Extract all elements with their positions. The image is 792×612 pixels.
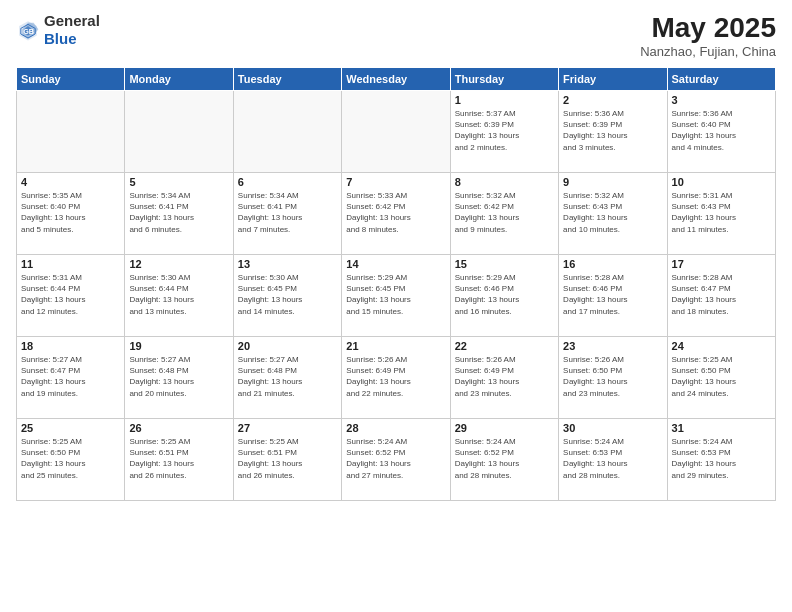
day-info: Sunrise: 5:25 AM Sunset: 6:50 PM Dayligh… — [21, 436, 120, 481]
day-info: Sunrise: 5:24 AM Sunset: 6:53 PM Dayligh… — [563, 436, 662, 481]
col-sunday: Sunday — [17, 68, 125, 91]
col-thursday: Thursday — [450, 68, 558, 91]
day-info: Sunrise: 5:30 AM Sunset: 6:44 PM Dayligh… — [129, 272, 228, 317]
day-info: Sunrise: 5:26 AM Sunset: 6:49 PM Dayligh… — [346, 354, 445, 399]
calendar-cell: 20Sunrise: 5:27 AM Sunset: 6:48 PM Dayli… — [233, 337, 341, 419]
week-row-4: 18Sunrise: 5:27 AM Sunset: 6:47 PM Dayli… — [17, 337, 776, 419]
day-number: 29 — [455, 422, 554, 434]
calendar-cell: 6Sunrise: 5:34 AM Sunset: 6:41 PM Daylig… — [233, 173, 341, 255]
calendar-cell: 9Sunrise: 5:32 AM Sunset: 6:43 PM Daylig… — [559, 173, 667, 255]
calendar-cell: 30Sunrise: 5:24 AM Sunset: 6:53 PM Dayli… — [559, 419, 667, 501]
calendar-cell: 19Sunrise: 5:27 AM Sunset: 6:48 PM Dayli… — [125, 337, 233, 419]
calendar-table: Sunday Monday Tuesday Wednesday Thursday… — [16, 67, 776, 501]
day-number: 11 — [21, 258, 120, 270]
calendar-cell — [125, 91, 233, 173]
day-number: 9 — [563, 176, 662, 188]
day-number: 12 — [129, 258, 228, 270]
calendar-cell: 10Sunrise: 5:31 AM Sunset: 6:43 PM Dayli… — [667, 173, 775, 255]
day-number: 4 — [21, 176, 120, 188]
day-info: Sunrise: 5:34 AM Sunset: 6:41 PM Dayligh… — [238, 190, 337, 235]
logo: GB General Blue — [16, 12, 100, 48]
calendar-cell: 11Sunrise: 5:31 AM Sunset: 6:44 PM Dayli… — [17, 255, 125, 337]
day-info: Sunrise: 5:32 AM Sunset: 6:43 PM Dayligh… — [563, 190, 662, 235]
day-info: Sunrise: 5:30 AM Sunset: 6:45 PM Dayligh… — [238, 272, 337, 317]
day-number: 23 — [563, 340, 662, 352]
day-number: 20 — [238, 340, 337, 352]
week-row-1: 1Sunrise: 5:37 AM Sunset: 6:39 PM Daylig… — [17, 91, 776, 173]
calendar-cell: 15Sunrise: 5:29 AM Sunset: 6:46 PM Dayli… — [450, 255, 558, 337]
day-info: Sunrise: 5:36 AM Sunset: 6:39 PM Dayligh… — [563, 108, 662, 153]
day-number: 3 — [672, 94, 771, 106]
calendar-cell: 18Sunrise: 5:27 AM Sunset: 6:47 PM Dayli… — [17, 337, 125, 419]
calendar-cell — [342, 91, 450, 173]
calendar-cell: 25Sunrise: 5:25 AM Sunset: 6:50 PM Dayli… — [17, 419, 125, 501]
day-info: Sunrise: 5:27 AM Sunset: 6:47 PM Dayligh… — [21, 354, 120, 399]
calendar-cell: 2Sunrise: 5:36 AM Sunset: 6:39 PM Daylig… — [559, 91, 667, 173]
logo-text: General Blue — [44, 12, 100, 48]
col-wednesday: Wednesday — [342, 68, 450, 91]
col-tuesday: Tuesday — [233, 68, 341, 91]
day-number: 8 — [455, 176, 554, 188]
day-number: 24 — [672, 340, 771, 352]
svg-text:GB: GB — [23, 27, 34, 36]
day-number: 26 — [129, 422, 228, 434]
day-number: 18 — [21, 340, 120, 352]
calendar-cell: 1Sunrise: 5:37 AM Sunset: 6:39 PM Daylig… — [450, 91, 558, 173]
day-info: Sunrise: 5:24 AM Sunset: 6:52 PM Dayligh… — [346, 436, 445, 481]
calendar-cell: 17Sunrise: 5:28 AM Sunset: 6:47 PM Dayli… — [667, 255, 775, 337]
day-number: 17 — [672, 258, 771, 270]
day-info: Sunrise: 5:27 AM Sunset: 6:48 PM Dayligh… — [238, 354, 337, 399]
col-monday: Monday — [125, 68, 233, 91]
day-info: Sunrise: 5:29 AM Sunset: 6:45 PM Dayligh… — [346, 272, 445, 317]
calendar-cell: 21Sunrise: 5:26 AM Sunset: 6:49 PM Dayli… — [342, 337, 450, 419]
calendar-cell: 23Sunrise: 5:26 AM Sunset: 6:50 PM Dayli… — [559, 337, 667, 419]
day-info: Sunrise: 5:25 AM Sunset: 6:51 PM Dayligh… — [129, 436, 228, 481]
day-info: Sunrise: 5:31 AM Sunset: 6:43 PM Dayligh… — [672, 190, 771, 235]
calendar-cell: 31Sunrise: 5:24 AM Sunset: 6:53 PM Dayli… — [667, 419, 775, 501]
day-info: Sunrise: 5:24 AM Sunset: 6:52 PM Dayligh… — [455, 436, 554, 481]
day-number: 28 — [346, 422, 445, 434]
day-number: 2 — [563, 94, 662, 106]
page: GB General Blue May 2025 Nanzhao, Fujian… — [0, 0, 792, 612]
day-number: 25 — [21, 422, 120, 434]
day-number: 10 — [672, 176, 771, 188]
title-block: May 2025 Nanzhao, Fujian, China — [640, 12, 776, 59]
day-info: Sunrise: 5:25 AM Sunset: 6:51 PM Dayligh… — [238, 436, 337, 481]
calendar-cell — [17, 91, 125, 173]
calendar-cell: 27Sunrise: 5:25 AM Sunset: 6:51 PM Dayli… — [233, 419, 341, 501]
day-info: Sunrise: 5:27 AM Sunset: 6:48 PM Dayligh… — [129, 354, 228, 399]
calendar-cell: 7Sunrise: 5:33 AM Sunset: 6:42 PM Daylig… — [342, 173, 450, 255]
week-row-5: 25Sunrise: 5:25 AM Sunset: 6:50 PM Dayli… — [17, 419, 776, 501]
week-row-2: 4Sunrise: 5:35 AM Sunset: 6:40 PM Daylig… — [17, 173, 776, 255]
day-number: 19 — [129, 340, 228, 352]
header: GB General Blue May 2025 Nanzhao, Fujian… — [16, 12, 776, 59]
col-saturday: Saturday — [667, 68, 775, 91]
day-number: 16 — [563, 258, 662, 270]
day-number: 6 — [238, 176, 337, 188]
day-number: 31 — [672, 422, 771, 434]
calendar-cell: 12Sunrise: 5:30 AM Sunset: 6:44 PM Dayli… — [125, 255, 233, 337]
day-info: Sunrise: 5:26 AM Sunset: 6:49 PM Dayligh… — [455, 354, 554, 399]
day-info: Sunrise: 5:24 AM Sunset: 6:53 PM Dayligh… — [672, 436, 771, 481]
day-info: Sunrise: 5:32 AM Sunset: 6:42 PM Dayligh… — [455, 190, 554, 235]
day-info: Sunrise: 5:34 AM Sunset: 6:41 PM Dayligh… — [129, 190, 228, 235]
calendar-cell: 3Sunrise: 5:36 AM Sunset: 6:40 PM Daylig… — [667, 91, 775, 173]
day-info: Sunrise: 5:37 AM Sunset: 6:39 PM Dayligh… — [455, 108, 554, 153]
calendar-cell: 5Sunrise: 5:34 AM Sunset: 6:41 PM Daylig… — [125, 173, 233, 255]
day-number: 14 — [346, 258, 445, 270]
calendar-cell: 28Sunrise: 5:24 AM Sunset: 6:52 PM Dayli… — [342, 419, 450, 501]
calendar-cell: 16Sunrise: 5:28 AM Sunset: 6:46 PM Dayli… — [559, 255, 667, 337]
day-info: Sunrise: 5:28 AM Sunset: 6:47 PM Dayligh… — [672, 272, 771, 317]
day-number: 7 — [346, 176, 445, 188]
day-info: Sunrise: 5:28 AM Sunset: 6:46 PM Dayligh… — [563, 272, 662, 317]
calendar-header-row: Sunday Monday Tuesday Wednesday Thursday… — [17, 68, 776, 91]
logo-icon: GB — [16, 18, 40, 42]
calendar-cell: 14Sunrise: 5:29 AM Sunset: 6:45 PM Dayli… — [342, 255, 450, 337]
day-info: Sunrise: 5:29 AM Sunset: 6:46 PM Dayligh… — [455, 272, 554, 317]
day-number: 13 — [238, 258, 337, 270]
calendar-cell — [233, 91, 341, 173]
day-number: 22 — [455, 340, 554, 352]
day-info: Sunrise: 5:35 AM Sunset: 6:40 PM Dayligh… — [21, 190, 120, 235]
calendar-cell: 8Sunrise: 5:32 AM Sunset: 6:42 PM Daylig… — [450, 173, 558, 255]
calendar-cell: 24Sunrise: 5:25 AM Sunset: 6:50 PM Dayli… — [667, 337, 775, 419]
